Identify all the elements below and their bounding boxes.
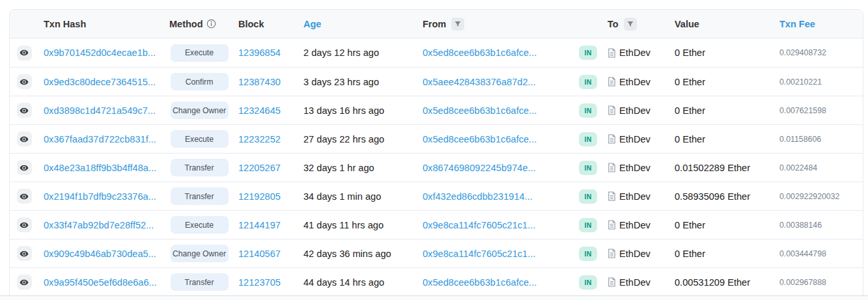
method-badge: Change Owner (171, 245, 229, 262)
age-text: 3 days 23 hrs ago (303, 77, 379, 87)
txn-fee-text: 0.00210221 (779, 77, 822, 87)
to-name-link[interactable]: EthDev (619, 134, 651, 144)
from-filter-icon[interactable] (451, 18, 464, 31)
block-link[interactable]: 12232252 (238, 134, 281, 144)
direction-badge: IN (579, 103, 597, 118)
value-text: 0 Ether (675, 249, 705, 259)
header-block: Block (234, 19, 299, 29)
eye-preview-button[interactable] (17, 46, 32, 61)
eye-preview-button[interactable] (17, 131, 32, 146)
eye-preview-button[interactable] (17, 103, 32, 118)
from-address-link[interactable]: 0x5ed8cee6b63b1c6afce... (423, 134, 537, 144)
block-link[interactable]: 12396854 (238, 48, 281, 58)
eye-preview-button[interactable] (17, 160, 32, 175)
to-name-link[interactable]: EthDev (619, 249, 651, 259)
to-name-link[interactable]: EthDev (619, 191, 651, 202)
txn-fee-text: 0.007621598 (779, 106, 826, 115)
direction-badge: IN (579, 46, 597, 60)
to-name-link[interactable]: EthDev (619, 220, 651, 230)
method-badge: Transfer (171, 187, 229, 205)
contract-document-icon (608, 220, 616, 230)
transactions-body: 0x9b701452d0c4ecae1b... Execute 12396854… (10, 38, 863, 296)
contract-document-icon (608, 48, 616, 58)
table-row: 0x9a95f450e5ef6d8e6a6... Transfer 121237… (10, 267, 863, 296)
txn-hash-link[interactable]: 0x9b701452d0c4ecae1b... (44, 48, 156, 58)
from-address-link[interactable]: 0x5ed8cee6b63b1c6afce... (423, 277, 537, 288)
direction-badge: IN (579, 161, 597, 175)
block-link[interactable]: 12324645 (238, 105, 281, 116)
age-text: 44 days 14 hrs ago (303, 277, 384, 288)
from-address-link[interactable]: 0x5aee428438376a87d2... (423, 77, 536, 87)
block-link[interactable]: 12387430 (238, 77, 281, 87)
to-name-link[interactable]: EthDev (619, 163, 651, 173)
eye-preview-button[interactable] (17, 275, 32, 290)
to-name-link[interactable]: EthDev (619, 48, 651, 58)
txn-hash-link[interactable]: 0xd3898c1d4721a549c7... (44, 105, 156, 116)
header-method: Method (165, 19, 234, 29)
txn-hash-link[interactable]: 0x2194f1b7dfb9c23376a... (44, 191, 156, 202)
method-badge: Transfer (171, 273, 229, 291)
from-address-link[interactable]: 0x8674698092245b974e... (423, 163, 536, 173)
block-link[interactable]: 12140567 (238, 249, 281, 259)
value-text: 0.01502289 Ether (675, 163, 750, 173)
from-address-link[interactable]: 0xf432ed86cdbb231914... (423, 191, 533, 202)
txn-hash-link[interactable]: 0x9a95f450e5ef6d8e6a6... (44, 277, 157, 288)
table-header-row: Txn Hash Method Block Age From To Value … (10, 10, 863, 38)
header-method-label: Method (169, 19, 203, 29)
from-address-link[interactable]: 0x5ed8cee6b63b1c6afce... (423, 48, 537, 58)
value-text: 0 Ether (675, 220, 705, 230)
txn-fee-text: 0.01158606 (779, 135, 821, 144)
header-from: From (418, 18, 573, 31)
info-icon[interactable] (206, 19, 216, 29)
method-badge: Execute (171, 44, 229, 62)
txn-hash-link[interactable]: 0x909c49b46ab730dea5... (44, 249, 156, 259)
header-txn-fee-toggle[interactable]: Txn Fee (776, 19, 863, 29)
table-row: 0x367faad37d722cb831f... Execute 1223225… (10, 124, 863, 153)
block-link[interactable]: 12144197 (238, 220, 281, 230)
txn-hash-link[interactable]: 0x9ed3c80dece7364515... (44, 77, 156, 87)
eye-preview-button[interactable] (17, 74, 32, 89)
contract-document-icon (608, 77, 616, 87)
table-row: 0x33f47ab92bd7e28ff52... Execute 1214419… (10, 210, 863, 239)
header-txn-hash: Txn Hash (38, 19, 165, 29)
txn-hash-link[interactable]: 0x33f47ab92bd7e28ff52... (44, 220, 154, 230)
table-row: 0x9b701452d0c4ecae1b... Execute 12396854… (10, 38, 863, 67)
age-text: 32 days 1 hr ago (303, 163, 374, 173)
value-text: 0 Ether (675, 77, 705, 87)
contract-document-icon (608, 163, 616, 172)
eye-preview-button[interactable] (17, 246, 32, 261)
contract-document-icon (608, 249, 616, 258)
age-text: 34 days 1 min ago (303, 191, 381, 202)
txn-hash-link[interactable]: 0x48e23a18ff9b3b4ff48a... (44, 163, 156, 173)
header-from-label: From (423, 19, 446, 29)
block-link[interactable]: 12205267 (238, 163, 281, 173)
header-age-toggle[interactable]: Age (299, 19, 418, 29)
txn-fee-text: 0.00388146 (779, 221, 822, 230)
value-text: 0 Ether (675, 134, 705, 144)
to-name-link[interactable]: EthDev (619, 277, 651, 288)
txn-fee-text: 0.002922920032 (779, 192, 839, 201)
eye-preview-button[interactable] (17, 217, 32, 232)
value-text: 0.58935096 Ether (675, 191, 750, 202)
txn-hash-link[interactable]: 0x367faad37d722cb831f... (44, 134, 156, 144)
to-name-link[interactable]: EthDev (619, 77, 651, 87)
from-address-link[interactable]: 0x5ed8cee6b63b1c6afce... (423, 105, 537, 116)
from-address-link[interactable]: 0x9e8ca114fc7605c21c1... (423, 220, 535, 230)
header-to-label: To (608, 19, 619, 29)
to-filter-icon[interactable] (624, 18, 637, 31)
direction-badge: IN (579, 275, 597, 290)
to-name-link[interactable]: EthDev (619, 105, 651, 116)
horizontal-scrollbar-track[interactable] (0, 295, 868, 300)
value-text: 0 Ether (675, 105, 705, 116)
method-badge: Transfer (171, 159, 229, 176)
block-link[interactable]: 12192805 (238, 191, 281, 202)
method-badge: Execute (171, 130, 229, 148)
from-address-link[interactable]: 0x9e8ca114fc7605c21c1... (423, 249, 535, 259)
txn-fee-text: 0.0022484 (779, 163, 817, 172)
contract-document-icon (608, 191, 616, 201)
direction-badge: IN (579, 218, 597, 232)
eye-preview-button[interactable] (17, 189, 32, 204)
block-link[interactable]: 12123705 (238, 277, 281, 288)
direction-badge: IN (579, 132, 597, 146)
direction-badge: IN (579, 75, 597, 89)
